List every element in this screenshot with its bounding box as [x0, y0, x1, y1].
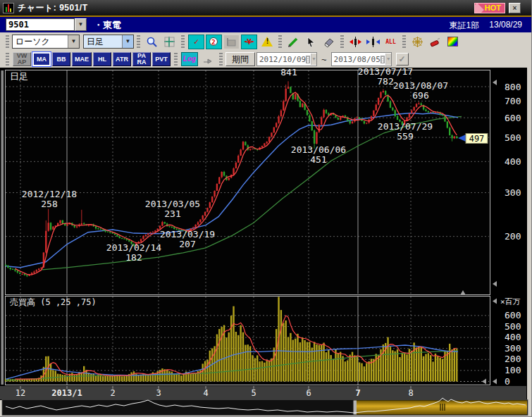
x-tick-label: 7 [355, 388, 360, 398]
volume-tick-label: 0 [505, 376, 510, 387]
annotation-label: 258 [41, 199, 57, 209]
annotation-label: 231 [164, 208, 180, 219]
price-check-icon[interactable]: ✓ [188, 35, 204, 49]
annotation-label: 207 [179, 239, 195, 249]
atr-button[interactable]: ATR [113, 52, 131, 66]
chart-window: チャート: 9501/T HOT × ▼ ・東電 東証1部 13/08/29 ロ… [0, 0, 532, 417]
palette-icon[interactable] [445, 35, 461, 49]
toolbar-grip[interactable] [219, 53, 223, 66]
close-icon[interactable]: × [509, 3, 521, 13]
toolbar-grip[interactable] [278, 35, 282, 48]
chevron-down-icon[interactable]: ▼ [122, 35, 133, 48]
all-label: ALL [385, 39, 395, 45]
market-section-label: 東証1部 [450, 20, 480, 32]
bb-button[interactable]: BB [52, 52, 70, 66]
x-tick-label: 8 [408, 388, 413, 398]
search-icon[interactable] [144, 35, 160, 49]
all-bars-icon[interactable]: ALL [383, 35, 399, 49]
chevron-down-icon[interactable]: ▼ [311, 54, 316, 65]
toolbar-main: ローソク ▼ 日足 ▼ ✓ 2 ◄¥► [0, 32, 532, 51]
quote-date-label: 13/08/29 [489, 20, 522, 32]
quote-bar: ▼ ・東電 東証1部 13/08/29 [0, 17, 532, 32]
cursor-icon[interactable] [303, 35, 319, 49]
stock-name-label: 東電 [103, 20, 121, 30]
warning-icon[interactable] [259, 35, 275, 49]
calendar-icon[interactable] [381, 56, 385, 63]
toolbar-grip[interactable] [137, 35, 140, 48]
date-from-value: 2012/10/09 [257, 55, 306, 64]
candle-shrink-icon[interactable] [365, 35, 381, 49]
volume-tick-label: 400 [505, 332, 521, 342]
volume-tick-label: 500 [505, 321, 521, 332]
toolbar-grip[interactable] [6, 35, 9, 48]
current-price-value: 497 [469, 134, 485, 144]
eraser-icon[interactable] [321, 35, 337, 49]
chart-tool-icon[interactable] [223, 35, 240, 49]
log-scale-button[interactable]: Log [181, 52, 198, 66]
chevron-down-icon[interactable]: ▼ [68, 35, 79, 48]
market-info: 東証1部 13/08/29 [450, 20, 522, 32]
grid-icon[interactable] [161, 35, 178, 49]
price-tick-label: 500 [505, 132, 521, 143]
x-tick-label: 2013/1 [51, 388, 82, 398]
title-bar[interactable]: チャート: 9501/T HOT × [0, 0, 532, 15]
period-tilde: ~ [321, 54, 327, 65]
chart-type-combobox[interactable]: ローソク ▼ [12, 35, 80, 49]
svg-text:2: 2 [211, 38, 215, 45]
chevron-down-icon[interactable]: ▼ [385, 54, 391, 65]
toolbar-grip[interactable] [340, 35, 344, 48]
ticker-code-input[interactable] [6, 18, 75, 31]
x-tick-label: 5 [251, 388, 256, 398]
candle-expand-icon[interactable] [347, 35, 364, 49]
toolbar-grip[interactable] [6, 53, 9, 66]
volume-tick-label: 600 [505, 310, 521, 320]
para-button[interactable]: PA RA [132, 52, 151, 66]
calendar-icon[interactable] [306, 56, 310, 63]
vwap-button[interactable]: VW AP [13, 52, 31, 66]
redo-arrow-icon[interactable] [199, 52, 216, 67]
pvt-button[interactable]: PVT [152, 52, 171, 66]
price-tick-label: 600 [505, 113, 521, 123]
hot-badge[interactable]: HOT [474, 3, 505, 13]
x-tick-label: 12 [16, 388, 25, 398]
toolbar-indicators: VW AP MA BB MAE HL ATR PA RA PVT Log 期間 … [0, 51, 532, 68]
dynamite-icon[interactable] [427, 35, 443, 49]
app-chart-icon [3, 3, 14, 13]
x-tick-label: 3 [156, 388, 161, 398]
annotation-label: 182 [125, 252, 142, 263]
apply-period-check-icon[interactable]: ✓ [396, 53, 409, 66]
zoom-two-icon[interactable]: 2 [206, 35, 222, 49]
price-tick-label: 400 [505, 156, 521, 167]
annotation-label: 451 [310, 154, 326, 165]
annotation-label: 841 [280, 68, 297, 77]
ticker-dropdown-icon[interactable]: ▼ [75, 18, 87, 31]
volume-tick-label: 200 [505, 354, 521, 364]
timeframe-combobox[interactable]: 日足 ▼ [83, 35, 134, 49]
volume-tick-label: 100 [505, 365, 521, 375]
price-tick-label: 700 [505, 96, 521, 106]
main-chart[interactable]: 日足売買高 (5 ,25 ,75)2012/12/182582013/02/14… [0, 68, 532, 417]
pencil-icon[interactable] [285, 35, 302, 49]
toolbar-grip[interactable] [402, 35, 406, 48]
x-tick-label: 2 [110, 388, 115, 398]
yen-width-icon[interactable]: ◄¥► [241, 35, 257, 49]
hl-button[interactable]: HL [93, 52, 111, 66]
stock-name: ・東電 [94, 19, 121, 32]
stock-bullet: ・ [94, 20, 103, 30]
toolbar-grip[interactable] [181, 35, 185, 48]
period-button[interactable]: 期間 [225, 52, 255, 66]
annotation-label: 696 [412, 90, 428, 101]
date-to-field[interactable]: 2013/08/05 ▼ [331, 52, 392, 66]
price-tick-label: 200 [505, 231, 521, 242]
price-tick-label: 300 [505, 187, 521, 198]
price-tick-label: 800 [505, 82, 521, 92]
ma-button[interactable]: MA [32, 52, 51, 66]
x-tick-label: 4 [203, 388, 208, 398]
annotation-label: 559 [397, 131, 413, 142]
web-icon[interactable] [409, 35, 426, 49]
volume-tick-label: 300 [505, 343, 521, 354]
window-title: チャート: 9501/T [18, 2, 88, 14]
toolbar-grip[interactable] [174, 53, 178, 66]
date-from-field[interactable]: 2012/10/09 ▼ [256, 52, 317, 66]
mae-button[interactable]: MAE [72, 52, 92, 66]
